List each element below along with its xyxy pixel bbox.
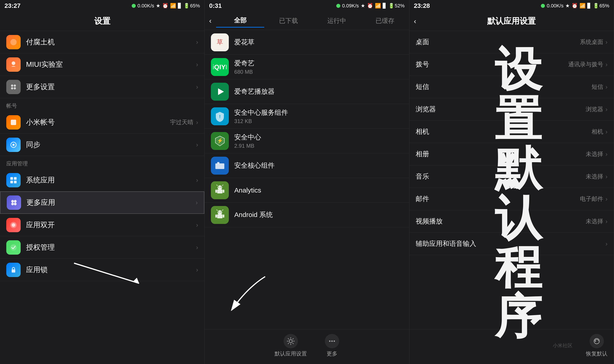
tab-back-button[interactable]: ‹ <box>205 17 216 25</box>
svg-rect-36 <box>217 162 219 164</box>
app-item-sec-service[interactable]: ! 安全中心服务组件 312 KB <box>205 104 409 129</box>
settings-item-system-apps[interactable]: 系统应用 › <box>0 169 204 191</box>
svg-marker-61 <box>595 341 596 342</box>
more-label: 更多 <box>327 350 337 357</box>
network-speed-p2: 0.09K/s <box>342 3 359 9</box>
panel-app-list: 0:31 0.09K/s ★ ⏰ 📶 ▊ 🔋 52% ‹ 全部 已下载 运行中 … <box>205 0 409 364</box>
settings-item-xiaomi-account[interactable]: 小米帐号 宇过天晴 › <box>0 111 204 134</box>
svg-point-18 <box>12 223 15 227</box>
p3-item-assist[interactable]: 辅助应用和语音输入 › <box>409 233 614 255</box>
icon-auth-manage <box>6 240 21 255</box>
app-item-iqiyi[interactable]: iQIYI 爱奇艺 680 MB <box>205 55 409 79</box>
p3-item-music[interactable]: 音乐 未选择 › <box>409 165 614 188</box>
svg-point-0 <box>10 39 17 45</box>
app-list-tab-bar: ‹ 全部 已下载 运行中 已缓存 <box>205 12 409 30</box>
svg-rect-11 <box>10 181 13 183</box>
sec-service-text: 安全中心服务组件 312 KB <box>234 108 288 124</box>
auth-manage-title: 授权管理 <box>26 243 196 252</box>
settings-item-dual-apps[interactable]: 应用双开 › <box>0 214 204 236</box>
p3-label-email: 邮件 <box>416 194 580 204</box>
restore-defaults-button[interactable]: 恢复默认 <box>586 334 608 357</box>
p3-chevron-assist: › <box>605 240 608 247</box>
sec-service-size: 312 KB <box>234 118 288 124</box>
p3-item-video[interactable]: 视频播放 未选择 › <box>409 210 614 233</box>
svg-point-51 <box>218 212 219 212</box>
green-dot-p2 <box>336 4 340 8</box>
app-item-iqiyi-player[interactable]: 爱奇艺播放器 <box>205 79 409 104</box>
miui-lab-title: MIUI实验室 <box>26 60 196 69</box>
wifi-icon-p2: 📶 <box>375 3 381 9</box>
android-sys-name: Android 系统 <box>234 210 273 220</box>
more-button[interactable]: 更多 <box>325 334 339 357</box>
p3-chevron-desktop: › <box>605 39 608 46</box>
svg-point-56 <box>289 339 292 343</box>
svg-point-8 <box>12 144 14 146</box>
p3-label-desktop: 桌面 <box>416 38 580 47</box>
p3-label-dialer: 拨号 <box>416 60 568 69</box>
p3-value-album: 未选择 <box>586 150 603 158</box>
settings-item-app-lock[interactable]: 应用锁 › <box>0 259 204 281</box>
svg-point-52 <box>220 212 221 212</box>
settings-item-top-partial[interactable]: 付腐土机 › <box>0 31 204 53</box>
default-apps-footer: 小米社区 恢复默认 <box>409 329 614 364</box>
icon-more-settings <box>6 80 21 94</box>
panel-default-apps: 23:28 0.00K/s ★ ⏰ 📶 ▊ 🔋 65% ‹ 默认应用设置 设置默… <box>409 0 614 364</box>
settings-item-miui-lab[interactable]: MIUI实验室 › <box>0 53 204 76</box>
p3-label-assist: 辅助应用和语音输入 <box>416 239 605 248</box>
tab-running[interactable]: 运行中 <box>313 14 361 27</box>
p3-value-video: 未选择 <box>586 217 603 225</box>
svg-point-4 <box>11 87 13 90</box>
analytics-name: Analytics <box>234 186 261 194</box>
sec-center-text: 安全中心 2.91 MB <box>234 133 261 149</box>
more-settings-title: 更多设置 <box>26 82 196 92</box>
iqiyi-name: 爱奇艺 <box>234 59 254 68</box>
icon-system-apps <box>6 173 21 187</box>
p3-item-browser[interactable]: 浏览器 浏览器 › <box>409 98 614 121</box>
auth-manage-text: 授权管理 <box>26 243 196 252</box>
app-item-aihuacao[interactable]: 草 爱花草 <box>205 30 409 55</box>
svg-point-13 <box>11 200 14 203</box>
settings-title: 设置 <box>94 16 110 27</box>
settings-item-more-apps[interactable]: 更多应用 › <box>0 191 204 214</box>
settings-list: 付腐土机 › MIUI实验室 › <box>0 31 204 364</box>
p3-item-email[interactable]: 邮件 电子邮件 › <box>409 188 614 210</box>
p3-label-album: 相册 <box>416 150 586 159</box>
app-list-bottom-bar: 默认应用设置 更多 <box>205 329 409 364</box>
iqiyi-size: 680 MB <box>234 69 254 75</box>
status-bar-p3: 23:28 0.00K/s ★ ⏰ 📶 ▊ 🔋 65% <box>409 0 614 12</box>
tab-downloaded[interactable]: 已下载 <box>264 14 313 27</box>
app-item-sec-center[interactable]: ⚡ 安全中心 2.91 MB <box>205 129 409 153</box>
tab-all[interactable]: 全部 <box>216 14 264 27</box>
svg-text:iQIYI: iQIYI <box>213 63 227 71</box>
svg-rect-39 <box>217 189 222 194</box>
p3-chevron-dialer: › <box>605 61 608 68</box>
app-item-android-sys[interactable]: Android 系统 <box>205 203 409 227</box>
p3-value-email: 电子邮件 <box>580 195 603 203</box>
app-item-sec-core[interactable]: 安全核心组件 <box>205 153 409 178</box>
default-apps-back-button[interactable]: ‹ <box>414 17 416 25</box>
p3-item-desktop[interactable]: 桌面 系统桌面 › <box>409 31 614 53</box>
settings-item-auth-manage[interactable]: 授权管理 › <box>0 236 204 259</box>
auth-manage-chevron: › <box>196 244 198 251</box>
system-apps-title: 系统应用 <box>26 175 196 185</box>
p3-item-album[interactable]: 相册 未选择 › <box>409 143 614 165</box>
svg-text:草: 草 <box>217 39 223 46</box>
default-apps-header: ‹ 默认应用设置 <box>409 12 614 31</box>
p3-chevron-camera: › <box>605 128 608 135</box>
svg-point-59 <box>334 340 335 342</box>
p3-item-sms[interactable]: 短信 短信 › <box>409 76 614 98</box>
p3-item-camera[interactable]: 相机 相机 › <box>409 121 614 143</box>
status-icons-p2: 0.09K/s ★ ⏰ 📶 ▊ 🔋 52% <box>336 3 405 9</box>
p3-value-music: 未选择 <box>586 173 603 181</box>
p3-item-dialer[interactable]: 拨号 通讯录与拨号 › <box>409 53 614 76</box>
battery-p3: 🔋 65% <box>593 3 609 9</box>
settings-item-more-settings[interactable]: 更多设置 › <box>0 76 204 98</box>
aihuacao-name: 爱花草 <box>234 38 254 47</box>
settings-item-sync[interactable]: 同步 › <box>0 134 204 156</box>
signal-icon-p3: ▊ <box>587 3 591 9</box>
svg-rect-10 <box>14 177 17 180</box>
icon-more-apps <box>7 195 21 210</box>
app-item-analytics[interactable]: Analytics <box>205 178 409 203</box>
default-app-settings-button[interactable]: 默认应用设置 <box>274 334 307 357</box>
tab-cached[interactable]: 已缓存 <box>361 14 409 27</box>
